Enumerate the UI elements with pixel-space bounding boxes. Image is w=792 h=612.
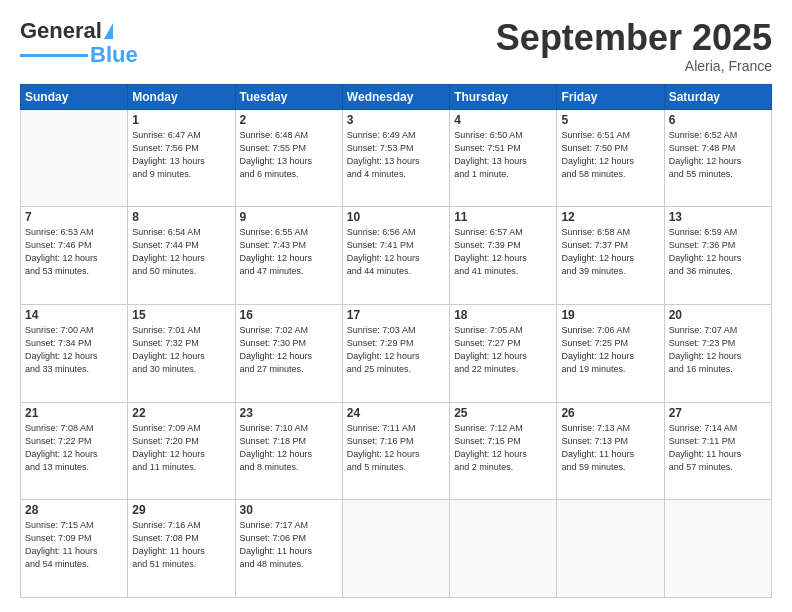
calendar-cell: 23Sunrise: 7:10 AM Sunset: 7:18 PM Dayli… xyxy=(235,402,342,500)
calendar-cell: 26Sunrise: 7:13 AM Sunset: 7:13 PM Dayli… xyxy=(557,402,664,500)
calendar-table: SundayMondayTuesdayWednesdayThursdayFrid… xyxy=(20,84,772,598)
calendar-cell: 5Sunrise: 6:51 AM Sunset: 7:50 PM Daylig… xyxy=(557,109,664,207)
calendar-header-saturday: Saturday xyxy=(664,84,771,109)
calendar-cell: 14Sunrise: 7:00 AM Sunset: 7:34 PM Dayli… xyxy=(21,304,128,402)
day-info: Sunrise: 7:15 AM Sunset: 7:09 PM Dayligh… xyxy=(25,519,123,571)
day-number: 21 xyxy=(25,406,123,420)
day-number: 23 xyxy=(240,406,338,420)
day-number: 2 xyxy=(240,113,338,127)
calendar-cell: 22Sunrise: 7:09 AM Sunset: 7:20 PM Dayli… xyxy=(128,402,235,500)
day-number: 16 xyxy=(240,308,338,322)
day-number: 24 xyxy=(347,406,445,420)
day-info: Sunrise: 7:06 AM Sunset: 7:25 PM Dayligh… xyxy=(561,324,659,376)
day-info: Sunrise: 7:02 AM Sunset: 7:30 PM Dayligh… xyxy=(240,324,338,376)
calendar-header-friday: Friday xyxy=(557,84,664,109)
day-number: 18 xyxy=(454,308,552,322)
day-number: 27 xyxy=(669,406,767,420)
day-info: Sunrise: 6:59 AM Sunset: 7:36 PM Dayligh… xyxy=(669,226,767,278)
day-info: Sunrise: 6:50 AM Sunset: 7:51 PM Dayligh… xyxy=(454,129,552,181)
day-info: Sunrise: 7:10 AM Sunset: 7:18 PM Dayligh… xyxy=(240,422,338,474)
day-number: 20 xyxy=(669,308,767,322)
calendar-header-sunday: Sunday xyxy=(21,84,128,109)
calendar-cell: 11Sunrise: 6:57 AM Sunset: 7:39 PM Dayli… xyxy=(450,207,557,305)
day-number: 15 xyxy=(132,308,230,322)
calendar-header-thursday: Thursday xyxy=(450,84,557,109)
day-info: Sunrise: 7:00 AM Sunset: 7:34 PM Dayligh… xyxy=(25,324,123,376)
day-info: Sunrise: 7:08 AM Sunset: 7:22 PM Dayligh… xyxy=(25,422,123,474)
calendar-cell: 29Sunrise: 7:16 AM Sunset: 7:08 PM Dayli… xyxy=(128,500,235,598)
calendar-cell: 16Sunrise: 7:02 AM Sunset: 7:30 PM Dayli… xyxy=(235,304,342,402)
day-info: Sunrise: 6:48 AM Sunset: 7:55 PM Dayligh… xyxy=(240,129,338,181)
day-info: Sunrise: 6:52 AM Sunset: 7:48 PM Dayligh… xyxy=(669,129,767,181)
day-info: Sunrise: 7:16 AM Sunset: 7:08 PM Dayligh… xyxy=(132,519,230,571)
day-number: 14 xyxy=(25,308,123,322)
calendar-week-row: 28Sunrise: 7:15 AM Sunset: 7:09 PM Dayli… xyxy=(21,500,772,598)
logo-blue: Blue xyxy=(90,42,138,68)
day-number: 11 xyxy=(454,210,552,224)
day-number: 19 xyxy=(561,308,659,322)
day-number: 8 xyxy=(132,210,230,224)
day-number: 12 xyxy=(561,210,659,224)
day-number: 30 xyxy=(240,503,338,517)
day-number: 28 xyxy=(25,503,123,517)
calendar-header-row: SundayMondayTuesdayWednesdayThursdayFrid… xyxy=(21,84,772,109)
day-number: 7 xyxy=(25,210,123,224)
day-number: 1 xyxy=(132,113,230,127)
logo: General Blue xyxy=(20,18,138,68)
logo-underline xyxy=(20,54,88,57)
day-info: Sunrise: 6:54 AM Sunset: 7:44 PM Dayligh… xyxy=(132,226,230,278)
calendar-cell: 4Sunrise: 6:50 AM Sunset: 7:51 PM Daylig… xyxy=(450,109,557,207)
calendar-cell: 8Sunrise: 6:54 AM Sunset: 7:44 PM Daylig… xyxy=(128,207,235,305)
day-number: 22 xyxy=(132,406,230,420)
calendar-cell xyxy=(450,500,557,598)
day-info: Sunrise: 7:09 AM Sunset: 7:20 PM Dayligh… xyxy=(132,422,230,474)
calendar-cell: 15Sunrise: 7:01 AM Sunset: 7:32 PM Dayli… xyxy=(128,304,235,402)
header: General Blue September 2025 Aleria, Fran… xyxy=(20,18,772,74)
day-number: 13 xyxy=(669,210,767,224)
calendar-cell: 27Sunrise: 7:14 AM Sunset: 7:11 PM Dayli… xyxy=(664,402,771,500)
location: Aleria, France xyxy=(496,58,772,74)
day-info: Sunrise: 6:51 AM Sunset: 7:50 PM Dayligh… xyxy=(561,129,659,181)
calendar-week-row: 7Sunrise: 6:53 AM Sunset: 7:46 PM Daylig… xyxy=(21,207,772,305)
calendar-cell: 17Sunrise: 7:03 AM Sunset: 7:29 PM Dayli… xyxy=(342,304,449,402)
calendar-cell: 2Sunrise: 6:48 AM Sunset: 7:55 PM Daylig… xyxy=(235,109,342,207)
day-info: Sunrise: 6:57 AM Sunset: 7:39 PM Dayligh… xyxy=(454,226,552,278)
calendar-cell: 19Sunrise: 7:06 AM Sunset: 7:25 PM Dayli… xyxy=(557,304,664,402)
day-info: Sunrise: 6:55 AM Sunset: 7:43 PM Dayligh… xyxy=(240,226,338,278)
calendar-cell: 20Sunrise: 7:07 AM Sunset: 7:23 PM Dayli… xyxy=(664,304,771,402)
day-number: 25 xyxy=(454,406,552,420)
day-info: Sunrise: 7:14 AM Sunset: 7:11 PM Dayligh… xyxy=(669,422,767,474)
logo-triangle-icon xyxy=(104,23,113,39)
calendar-header-tuesday: Tuesday xyxy=(235,84,342,109)
calendar-cell: 18Sunrise: 7:05 AM Sunset: 7:27 PM Dayli… xyxy=(450,304,557,402)
calendar-cell: 28Sunrise: 7:15 AM Sunset: 7:09 PM Dayli… xyxy=(21,500,128,598)
logo-general: General xyxy=(20,18,102,44)
calendar-cell: 7Sunrise: 6:53 AM Sunset: 7:46 PM Daylig… xyxy=(21,207,128,305)
day-info: Sunrise: 7:03 AM Sunset: 7:29 PM Dayligh… xyxy=(347,324,445,376)
day-info: Sunrise: 7:17 AM Sunset: 7:06 PM Dayligh… xyxy=(240,519,338,571)
calendar-cell: 3Sunrise: 6:49 AM Sunset: 7:53 PM Daylig… xyxy=(342,109,449,207)
calendar-cell: 24Sunrise: 7:11 AM Sunset: 7:16 PM Dayli… xyxy=(342,402,449,500)
day-number: 6 xyxy=(669,113,767,127)
calendar-cell: 9Sunrise: 6:55 AM Sunset: 7:43 PM Daylig… xyxy=(235,207,342,305)
day-info: Sunrise: 7:11 AM Sunset: 7:16 PM Dayligh… xyxy=(347,422,445,474)
day-info: Sunrise: 7:07 AM Sunset: 7:23 PM Dayligh… xyxy=(669,324,767,376)
day-info: Sunrise: 6:58 AM Sunset: 7:37 PM Dayligh… xyxy=(561,226,659,278)
day-number: 26 xyxy=(561,406,659,420)
calendar-cell: 13Sunrise: 6:59 AM Sunset: 7:36 PM Dayli… xyxy=(664,207,771,305)
day-info: Sunrise: 7:13 AM Sunset: 7:13 PM Dayligh… xyxy=(561,422,659,474)
calendar-cell: 1Sunrise: 6:47 AM Sunset: 7:56 PM Daylig… xyxy=(128,109,235,207)
calendar-header-wednesday: Wednesday xyxy=(342,84,449,109)
day-number: 10 xyxy=(347,210,445,224)
day-number: 9 xyxy=(240,210,338,224)
day-info: Sunrise: 6:56 AM Sunset: 7:41 PM Dayligh… xyxy=(347,226,445,278)
calendar-cell: 25Sunrise: 7:12 AM Sunset: 7:15 PM Dayli… xyxy=(450,402,557,500)
day-number: 4 xyxy=(454,113,552,127)
title-block: September 2025 Aleria, France xyxy=(496,18,772,74)
calendar-week-row: 1Sunrise: 6:47 AM Sunset: 7:56 PM Daylig… xyxy=(21,109,772,207)
calendar-week-row: 14Sunrise: 7:00 AM Sunset: 7:34 PM Dayli… xyxy=(21,304,772,402)
calendar-cell xyxy=(342,500,449,598)
day-info: Sunrise: 7:01 AM Sunset: 7:32 PM Dayligh… xyxy=(132,324,230,376)
calendar-cell: 12Sunrise: 6:58 AM Sunset: 7:37 PM Dayli… xyxy=(557,207,664,305)
calendar-cell xyxy=(21,109,128,207)
